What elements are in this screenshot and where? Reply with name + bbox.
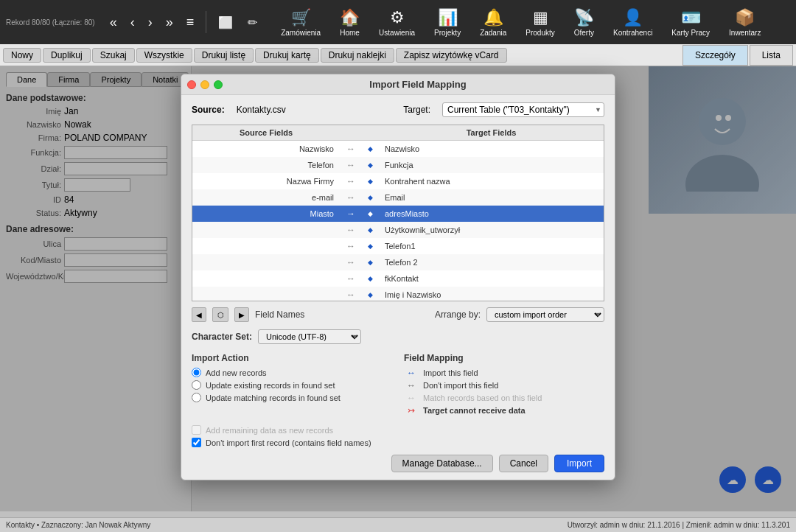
search-button[interactable]: Szukaj — [92, 48, 135, 63]
radio-update-matching-input[interactable] — [192, 393, 201, 402]
nav-prev[interactable]: ‹ — [125, 12, 141, 33]
two-col: Import Action Add new records Update exi… — [192, 353, 604, 418]
orders-btn[interactable]: 🛒 Zamówienia — [272, 5, 329, 40]
all-button[interactable]: Wszystkie — [136, 48, 192, 63]
arrange-select-wrapper: custom import order — [486, 307, 604, 322]
nav-first[interactable]: « — [104, 12, 123, 33]
minimize-window-btn[interactable] — [200, 80, 209, 89]
legend-cannot-receive: ↣ Target cannot receive data — [404, 405, 604, 416]
target-cell: Nazwisko — [379, 141, 604, 157]
contractors-btn[interactable]: 👤 Kontrahenci — [604, 5, 661, 40]
new-button[interactable]: Nowy — [3, 48, 41, 63]
arrow-cell: ↔ — [340, 238, 362, 254]
settings-btn[interactable]: ⚙ Ustawienia — [370, 5, 424, 40]
action-bar: Nowy Duplikuj Szukaj Wszystkie Drukuj li… — [0, 44, 796, 66]
source-cell: Telefon — [192, 157, 340, 173]
charset-row: Character Set: Unicode (UTF-8) — [192, 329, 604, 344]
work-cards-btn[interactable]: 🪪 Karty Pracy — [663, 5, 719, 40]
field-mapping-section: Field Mapping ↔ Import this field ↔ Don'… — [404, 353, 604, 418]
dot-cell: ◆ — [362, 254, 379, 270]
source-cell: Nazwisko — [192, 141, 340, 157]
legend-import: ↔ Import this field — [404, 368, 604, 378]
print-list-button[interactable]: Drukuj listę — [194, 48, 254, 63]
source-cell: Miasto — [192, 206, 340, 222]
dot-cell: ◆ — [362, 270, 379, 287]
offers-icon: 📡 — [574, 8, 594, 27]
import-action-title: Import Action — [192, 353, 392, 363]
dot-cell: ◆ — [362, 238, 379, 254]
mapping-row[interactable]: ↔ ◆ Użytkownik_utworzył — [192, 222, 604, 238]
source-label: Source: — [192, 105, 225, 115]
dot-cell: ◆ — [362, 287, 379, 302]
offers-label: Oferty — [574, 29, 594, 37]
radio-add-new: Add new records — [192, 368, 392, 377]
mapping-row[interactable]: Nazwisko ↔ ◆ Nazwisko — [192, 141, 604, 157]
col-source: Source Fields — [192, 125, 340, 141]
target-cell: Email — [379, 189, 604, 206]
save-vcard-button[interactable]: Zapisz wizytówkę vCard — [396, 48, 507, 63]
separator — [206, 11, 206, 33]
arrow-cell: ↔ — [340, 189, 362, 206]
dont-import-first-label: Don't import first record (contains fiel… — [206, 438, 371, 447]
inventory-btn[interactable]: 📦 Inwentarz — [720, 5, 769, 40]
legend-match-icon: ↔ — [404, 393, 419, 403]
tab-details[interactable]: Szczegóły — [682, 45, 748, 66]
col-target: Target Fields — [379, 125, 604, 141]
mapping-row[interactable]: e-mail ↔ ◆ Email — [192, 189, 604, 206]
mapping-row[interactable]: ↔ ◆ fkKontakt — [192, 270, 604, 287]
mapping-row[interactable]: Nazwa Firmy ↔ ◆ Kontrahent nazwa — [192, 173, 604, 189]
charset-select[interactable]: Unicode (UTF-8) — [258, 329, 361, 344]
inventory-label: Inwentarz — [729, 29, 761, 37]
home-btn[interactable]: 🏠 Home — [331, 5, 369, 40]
nav-next[interactable]: › — [142, 12, 158, 33]
maximize-window-btn[interactable] — [214, 80, 223, 89]
print-card-button[interactable]: Drukuj kartę — [255, 48, 319, 63]
settings-icon: ⚙ — [390, 8, 405, 27]
nav-menu[interactable]: ≡ — [181, 12, 200, 33]
radio-update-existing-input[interactable] — [192, 380, 201, 390]
mapping-row[interactable]: Miasto → ◆ adresMiasto — [192, 206, 604, 222]
target-select[interactable]: Current Table ("T03_Kontakty") — [442, 102, 604, 117]
work-cards-label: Karty Pracy — [671, 29, 710, 37]
add-remaining-checkbox[interactable] — [192, 425, 201, 435]
mapping-row[interactable]: ↔ ◆ Telefon 2 — [192, 254, 604, 270]
print-label-button[interactable]: Drukuj naklejki — [321, 48, 394, 63]
mapping-row[interactable]: Telefon ↔ ◆ Funkcja — [192, 157, 604, 173]
nav-last[interactable]: » — [160, 12, 179, 33]
inventory-icon: 📦 — [735, 8, 755, 27]
dot-cell: ◆ — [362, 141, 379, 157]
tasks-label: Zadania — [480, 29, 506, 37]
target-cell: Telefon1 — [379, 238, 604, 254]
arrow-cell: ↔ — [340, 222, 362, 238]
orders-icon: 🛒 — [291, 8, 311, 27]
mapping-row[interactable]: ↔ ◆ Telefon1 — [192, 238, 604, 254]
import-button[interactable]: Import — [554, 455, 604, 472]
radio-add-new-input[interactable] — [192, 368, 201, 377]
legend-import-text: Import this field — [423, 368, 478, 377]
legend-dont-import-text: Don't import this field — [423, 381, 498, 390]
dont-import-first-checkbox[interactable] — [192, 438, 201, 447]
edit-icon[interactable]: ✏ — [242, 13, 263, 32]
products-btn[interactable]: ▦ Produkty — [517, 5, 563, 40]
nav-right-btn[interactable]: ▶ — [234, 307, 249, 322]
tab-list[interactable]: Lista — [750, 45, 793, 66]
col-arrow — [340, 125, 362, 141]
arrange-select[interactable]: custom import order — [486, 307, 604, 322]
projects-btn[interactable]: 📊 Projekty — [425, 5, 469, 40]
target-cell: Imię i Nazwisko — [379, 287, 604, 302]
home-label: Home — [340, 29, 360, 37]
nav-left-btn[interactable]: ◀ — [192, 307, 206, 322]
manage-database-button[interactable]: Manage Database... — [391, 455, 493, 472]
mapping-table-wrapper: Source Fields Target Fields Nazwisko ↔ ◆… — [192, 125, 604, 301]
nav-hex-btn[interactable]: ⬡ — [212, 307, 228, 322]
charset-label: Character Set: — [192, 332, 252, 342]
duplicate-button[interactable]: Duplikuj — [43, 48, 91, 63]
tasks-btn[interactable]: 🔔 Zadania — [471, 5, 515, 40]
close-window-btn[interactable] — [187, 80, 196, 89]
source-cell — [192, 270, 340, 287]
mapping-row[interactable]: ↔ ◆ Imię i Nazwisko — [192, 287, 604, 302]
share-icon[interactable]: ⬜ — [212, 13, 239, 32]
dot-cell: ◆ — [362, 222, 379, 238]
cancel-button[interactable]: Cancel — [499, 455, 548, 472]
offers-btn[interactable]: 📡 Oferty — [565, 5, 603, 40]
